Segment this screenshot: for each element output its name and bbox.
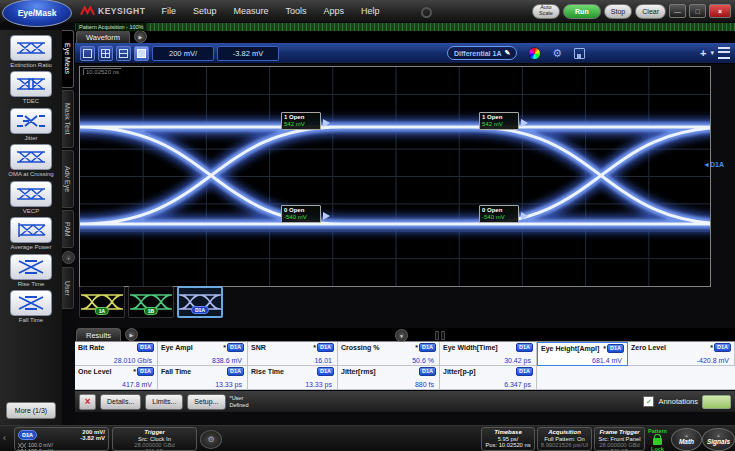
vertical-scale-input[interactable]: 200 mV/ [152, 46, 214, 61]
tab-mask-test[interactable]: Mask Test [62, 90, 74, 148]
save-icon[interactable] [574, 48, 585, 59]
menu-tools[interactable]: Tools [286, 6, 307, 16]
tab-eye-meas[interactable]: Eye Meas [62, 30, 74, 88]
result-cell-jitter-rms[interactable]: Jitter[rms] D1A 880 fs [338, 366, 440, 390]
acquisition-mode: Full Pattern: On [540, 436, 589, 442]
rise-time-button[interactable] [10, 254, 52, 280]
layout-quad-icon[interactable] [98, 46, 113, 61]
waveform-thumbnails: 1A 1B D1A [79, 286, 223, 318]
collapse-results-icon[interactable]: ▼ [395, 329, 408, 342]
sidebar-item-extinction-ratio[interactable]: Extinction Ratio [0, 35, 62, 68]
display-settings-gear-icon[interactable]: ⚙ [552, 48, 562, 59]
collapse-sidebar-icon[interactable]: ‹ [62, 251, 75, 264]
layout-single-icon[interactable] [80, 46, 95, 61]
pan-move-icon[interactable]: + [700, 48, 706, 59]
waveform-menu-hamburger-icon[interactable] [718, 47, 730, 59]
extinction-ratio-button[interactable] [10, 35, 52, 61]
pattern-lock-indicator[interactable]: Pattern Lock [646, 428, 669, 451]
sidebar-item-fall-time[interactable]: Fall Time [0, 290, 62, 323]
setup-button[interactable]: Setup... [187, 394, 225, 410]
sidebar-item-average-power[interactable]: Average Power [0, 217, 62, 250]
result-cell-zero-level[interactable]: Zero Level *D1A -420.8 mV [628, 342, 735, 366]
delete-measurement-icon[interactable]: × [79, 394, 96, 410]
limits-button[interactable]: Limits... [145, 394, 183, 410]
tab-pam[interactable]: PAM [62, 210, 74, 248]
sidebar-item-jitter[interactable]: Jitter [0, 108, 62, 141]
jitter-button[interactable] [10, 108, 52, 134]
annotation-one-open-1[interactable]: 1 Open 542 mV [281, 112, 321, 130]
result-cell-eye-height[interactable]: Eye Height[Ampl] *D1A 681.4 mV [537, 342, 628, 366]
more-measurements-button[interactable]: More (1/3) [6, 402, 56, 419]
eye-diagram-plot[interactable]: 10.02520 ns 1 Open 542 mV 1 Open 542 mV [79, 66, 711, 287]
frame-trigger-status-panel[interactable]: Frame Trigger Src: Front Panel 28.000000… [594, 427, 645, 451]
result-cell-fall-time[interactable]: Fall Time D1A 13.33 ps [158, 366, 248, 390]
signals-button[interactable]: ▲ Signals [702, 428, 735, 451]
menu-setup[interactable]: Setup [193, 6, 217, 16]
statusbar-collapse-icon[interactable]: ‹ [3, 433, 6, 443]
oma-at-crossing-button[interactable] [10, 144, 52, 170]
pause-results-icon[interactable] [435, 331, 445, 340]
layout-current-icon[interactable] [134, 46, 149, 61]
annotation-zero-open-1[interactable]: 0 Open -540 mV [281, 205, 321, 223]
sidebar-item-oma-at-crossing[interactable]: OMA at Crossing [0, 144, 62, 177]
results-menu-icon[interactable]: ▶ [125, 328, 138, 341]
fall-time-button[interactable] [10, 290, 52, 316]
pan-dropdown-caret-icon[interactable]: ▾ [710, 49, 714, 57]
thumbnail-d1a[interactable]: D1A [177, 286, 223, 318]
tool-label: VECP [23, 208, 39, 214]
result-cell-eye-width[interactable]: Eye Width[Time] D1A 30.42 ps [440, 342, 537, 366]
timebase-status-panel[interactable]: Timebase 5.95 ps/ Pos: 10.02520 ns [481, 427, 535, 451]
trigger-setup-gear-icon[interactable]: ⚙ [200, 430, 222, 449]
annotation-zero-open-2[interactable]: 0 Open -540 mV [479, 205, 519, 223]
menu-apps[interactable]: Apps [324, 6, 345, 16]
waveform-tab[interactable]: Waveform [76, 30, 130, 43]
run-button[interactable]: Run [563, 4, 601, 19]
sidebar-item-vecp[interactable]: VECP [0, 181, 62, 214]
result-cell-bit-rate[interactable]: Bit Rate D1A 28.010 Gb/s [75, 342, 158, 366]
result-cell-rise-time[interactable]: Rise Time D1A 13.33 ps [248, 366, 338, 390]
result-cell-jitter-pp[interactable]: Jitter[p-p] D1A 6.347 ps [440, 366, 537, 390]
source-selector[interactable]: Differential 1A ✎ [447, 46, 517, 60]
close-icon[interactable]: × [709, 4, 731, 18]
result-cell-crossing[interactable]: Crossing % *D1A 50.6 % [338, 342, 440, 366]
thumbnail-1a[interactable]: 1A [79, 286, 125, 318]
tab-adv-eye[interactable]: Adv Eye [62, 150, 74, 208]
waveform-tabbar: Waveform ▶ [75, 30, 735, 43]
vecp-button[interactable] [10, 181, 52, 207]
annotations-checkbox[interactable]: ✓ [643, 396, 654, 407]
toolbar-right-group: + ▾ [700, 47, 730, 59]
channel-status-panel[interactable]: D1A 200 mV/ -3.82 mV 100.0 mV/ 100.0 mV/ [14, 427, 109, 451]
status-bar: ‹ D1A 200 mV/ -3.82 mV 100.0 mV/ 100.0 m… [0, 425, 735, 451]
details-button[interactable]: Details... [100, 394, 141, 410]
result-cell-snr[interactable]: SNR *D1A 16.01 [248, 342, 338, 366]
menu-help[interactable]: Help [361, 6, 380, 16]
annotation-one-open-2[interactable]: 1 Open 542 mV [479, 112, 519, 130]
channel-marker-d1a[interactable]: ◄D1A [703, 161, 724, 168]
clear-button[interactable]: Clear [635, 4, 666, 19]
source-badge: D1A [227, 343, 244, 352]
waveform-menu-icon[interactable]: ▶ [134, 30, 147, 43]
acquisition-status-panel[interactable]: Acquisition Full Pattern: On 8.99021526 … [537, 427, 592, 451]
menu-file[interactable]: File [161, 6, 176, 16]
source-badge: D1A [227, 367, 244, 376]
layout-split-icon[interactable] [116, 46, 131, 61]
maximize-icon[interactable]: □ [689, 4, 706, 18]
mode-button[interactable]: Eye/Mask [2, 0, 72, 27]
menu-measure[interactable]: Measure [234, 6, 269, 16]
results-tab[interactable]: Results [76, 328, 121, 341]
auto-scale-button[interactable]: Auto Scale [532, 4, 560, 19]
trigger-status-panel[interactable]: Trigger Src: Clock In 28.000000 GBd 511 … [112, 427, 197, 451]
result-cell-one-level[interactable]: One Level *D1A 417.8 mV [75, 366, 158, 390]
minimize-icon[interactable]: — [669, 4, 686, 18]
stop-button[interactable]: Stop [604, 4, 632, 19]
color-wheel-icon[interactable] [528, 47, 541, 60]
result-cell-eye-ampl[interactable]: Eye Ampl *D1A 838.6 mV [158, 342, 248, 366]
sidebar-item-rise-time[interactable]: Rise Time [0, 254, 62, 287]
sidebar-item-tdec[interactable]: TDEC [0, 71, 62, 104]
math-button[interactable]: ▲ Math [671, 428, 702, 451]
average-power-button[interactable] [10, 217, 52, 243]
tdec-button[interactable] [10, 71, 52, 97]
vertical-offset-input[interactable]: -3.82 mV [217, 46, 279, 61]
tab-user[interactable]: User [62, 267, 74, 309]
thumbnail-1b[interactable]: 1B [128, 286, 174, 318]
